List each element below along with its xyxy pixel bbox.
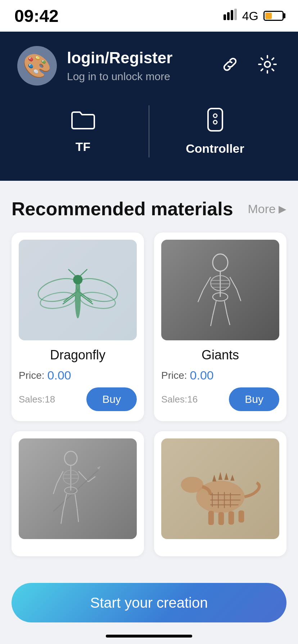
svg-line-29 (230, 277, 237, 289)
status-icons: 4G (224, 8, 284, 23)
svg-rect-3 (234, 9, 237, 20)
product-card-giants: Giants Price: 0.00 Sales:16 Buy (154, 233, 286, 421)
battery-icon (263, 11, 284, 21)
product-image-giants (161, 240, 279, 340)
svg-line-18 (68, 269, 76, 276)
svg-marker-55 (224, 473, 228, 480)
price-label-dragonfly: Price: (19, 370, 45, 381)
product-price-row-dragonfly: Price: 0.00 (19, 368, 137, 382)
header: 🎨 login/Register Log in to unlock more (0, 32, 298, 181)
link-button[interactable] (217, 52, 243, 79)
sales-giants: Sales:16 (161, 394, 198, 405)
header-user: 🎨 login/Register Log in to unlock more (17, 46, 172, 86)
svg-rect-59 (228, 511, 234, 525)
svg-rect-60 (238, 510, 244, 523)
product-name-dragonfly: Dragonfly (19, 348, 137, 363)
svg-line-33 (224, 301, 227, 315)
section-header: Recommended materials More ▶ (12, 198, 286, 220)
price-label-giants: Price: (161, 370, 187, 381)
svg-marker-54 (218, 472, 222, 480)
svg-line-44 (57, 471, 63, 483)
svg-rect-5 (208, 109, 222, 131)
svg-point-4 (265, 61, 270, 67)
svg-rect-1 (227, 12, 230, 20)
main-content: Recommended materials More ▶ (0, 181, 298, 635)
product-image-dino (161, 438, 279, 539)
product-footer-giants: Sales:16 Buy (161, 387, 279, 411)
user-info: login/Register Log in to unlock more (67, 49, 172, 83)
avatar[interactable]: 🎨 (17, 46, 57, 86)
product-price-row-giants: Price: 0.00 (161, 368, 279, 382)
signal-icon (224, 8, 237, 23)
status-bar: 09:42 4G (0, 0, 298, 32)
user-name[interactable]: login/Register (67, 49, 172, 67)
svg-point-13 (73, 275, 82, 284)
svg-line-50 (77, 509, 78, 522)
svg-rect-57 (208, 511, 214, 525)
avatar-icon: 🎨 (23, 52, 51, 79)
svg-rect-0 (224, 14, 226, 20)
svg-line-19 (80, 269, 87, 276)
product-footer-dragonfly: Sales:18 Buy (19, 387, 137, 411)
svg-line-48 (61, 510, 63, 524)
svg-marker-56 (230, 475, 234, 481)
svg-line-32 (211, 316, 213, 326)
sales-dragonfly: Sales:18 (19, 394, 55, 405)
header-actions (217, 52, 281, 79)
svg-marker-43 (97, 466, 101, 470)
start-creation-bar: Start your creation (0, 576, 298, 644)
nav-item-controller[interactable]: Controller (149, 104, 281, 159)
more-label: More (248, 202, 276, 216)
status-time: 09:42 (14, 6, 59, 26)
svg-line-27 (203, 277, 211, 290)
svg-line-45 (53, 483, 57, 494)
nav-controller-label: Controller (186, 142, 244, 156)
svg-line-14 (64, 293, 76, 302)
nav-tf-label: TF (76, 140, 91, 154)
buy-button-giants[interactable]: Buy (229, 387, 279, 411)
network-label: 4G (242, 9, 258, 23)
svg-line-42 (53, 469, 99, 511)
start-creation-button[interactable]: Start your creation (12, 583, 286, 622)
svg-line-49 (75, 494, 77, 509)
nav-item-tf[interactable]: TF (17, 105, 149, 157)
svg-point-7 (213, 120, 217, 124)
product-card-dino (154, 431, 286, 556)
svg-point-20 (213, 254, 228, 271)
svg-line-16 (80, 293, 92, 302)
controller-icon (204, 107, 226, 137)
folder-icon (71, 109, 96, 135)
user-subtitle: Log in to unlock more (67, 70, 172, 83)
svg-point-35 (64, 451, 77, 465)
product-card-dragonfly: Dragonfly Price: 0.00 Sales:18 Buy (12, 233, 144, 421)
product-card-skeleton-warrior (12, 431, 144, 556)
svg-line-41 (88, 477, 95, 482)
buy-button-dragonfly[interactable]: Buy (86, 387, 137, 411)
svg-rect-2 (231, 10, 233, 20)
home-indicator (106, 635, 192, 638)
svg-rect-58 (218, 512, 224, 525)
link-icon (219, 54, 241, 78)
svg-line-28 (198, 290, 203, 302)
product-name-giants: Giants (161, 348, 279, 363)
products-grid: Dragonfly Price: 0.00 Sales:18 Buy (12, 233, 286, 556)
more-link[interactable]: More ▶ (248, 202, 286, 216)
price-value-giants: 0.00 (190, 368, 214, 382)
price-value-dragonfly: 0.00 (48, 368, 71, 382)
settings-icon (257, 54, 278, 78)
svg-line-30 (237, 289, 241, 301)
more-arrow-icon: ▶ (279, 203, 286, 215)
svg-line-34 (227, 315, 230, 325)
settings-button[interactable] (254, 52, 281, 79)
svg-point-6 (213, 114, 217, 118)
section-title: Recommended materials (12, 198, 233, 220)
header-nav: TF Controller (17, 104, 281, 159)
svg-point-52 (181, 477, 203, 493)
svg-marker-53 (212, 475, 216, 482)
product-image-dragonfly (19, 240, 137, 340)
svg-line-31 (213, 301, 216, 316)
product-image-skeleton (19, 438, 137, 539)
